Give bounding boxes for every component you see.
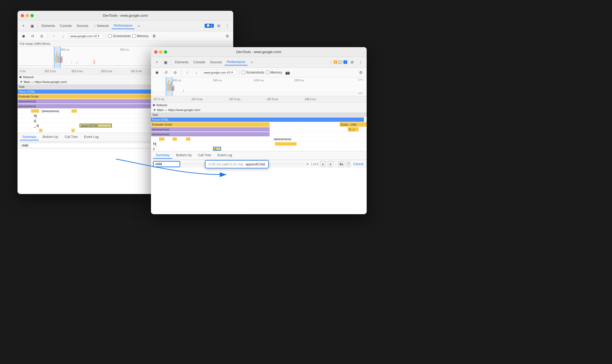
- front-main-row[interactable]: ▼ Main — https://www.google.com/: [151, 108, 367, 112]
- tab-bottomup-back[interactable]: Bottom-Up: [40, 134, 61, 140]
- close-button-back[interactable]: [21, 14, 24, 17]
- network-label-back: Network: [23, 75, 34, 79]
- tab-elements-front[interactable]: Elements: [173, 59, 191, 65]
- tooltip-time: 0.25 ms (self 0.22 ms): [209, 162, 243, 166]
- back-nested-bar2: [71, 109, 77, 113]
- memory-checkbox-back[interactable]: [132, 34, 136, 38]
- front-nav-toolbar: ⌖ ▣ Elements Console Sources Performance…: [151, 57, 367, 68]
- back-title-bar: DevTools - www.google.com/: [18, 11, 233, 20]
- clear-btn-front[interactable]: ⊘: [171, 69, 179, 76]
- url-select-back[interactable]: www.google.com #2 ▾: [68, 33, 104, 39]
- cursor-icon-front[interactable]: ⌖: [153, 58, 161, 66]
- minimize-button-front[interactable]: [159, 50, 162, 54]
- back-vj-label: _.vj: [34, 124, 39, 127]
- download-btn-front[interactable]: ↓: [193, 69, 200, 76]
- front-control-toolbar: ⏺ ↺ ⊘ ↑ ↓ www.google.com #3 ▾ Screenshot…: [151, 68, 367, 77]
- settings2-icon-front[interactable]: ⚙: [357, 69, 365, 76]
- tri-down-main-front: ▼: [153, 108, 156, 112]
- settings-icon-back[interactable]: ⚙: [215, 22, 222, 30]
- front-eval-script-bar2: Evalu...cript: [340, 122, 367, 127]
- refresh-btn-front[interactable]: ↺: [162, 69, 170, 76]
- url-select-front[interactable]: www.google.com #3 ▾: [202, 70, 237, 75]
- memory-label-back: Memory: [137, 34, 149, 38]
- tab-sources-front[interactable]: Sources: [208, 59, 224, 65]
- tab-eventlog-front[interactable]: Event Log: [215, 152, 235, 159]
- settings-icon-front[interactable]: ⚙: [348, 58, 356, 66]
- front-nested-bar2: [173, 137, 177, 141]
- front-anon1-row: (anonymous) C...t: [151, 127, 367, 132]
- back-hj-label: Hj: [34, 114, 37, 118]
- svg-rect-19: [173, 85, 174, 91]
- screenshot-capture-icon-front[interactable]: 📷: [284, 69, 291, 76]
- download-btn-back[interactable]: ↓: [59, 32, 67, 40]
- front-anon1-bar: (anonymous): [151, 127, 270, 131]
- front-network-row[interactable]: ▶ Network: [151, 103, 367, 108]
- chevron-icon-front: ▾: [231, 71, 233, 74]
- front-search-input[interactable]: [155, 162, 178, 166]
- maximize-button-front[interactable]: [164, 50, 167, 54]
- prev-result-btn[interactable]: ∧: [320, 161, 326, 167]
- case-sensitive-btn[interactable]: Aa: [338, 161, 344, 167]
- tab-bottomup-front[interactable]: Bottom-Up: [173, 152, 194, 159]
- tab-performance-front[interactable]: Performance: [225, 59, 247, 65]
- cancel-btn-front[interactable]: Cancel: [352, 162, 365, 166]
- message-count-back: 1: [211, 24, 212, 27]
- back-zj-label: zj: [34, 119, 36, 123]
- tab-summary-front[interactable]: Summary: [153, 152, 172, 159]
- tab-network-back[interactable]: ⚠ Network: [91, 23, 111, 29]
- back-last-bar: [39, 129, 42, 132]
- tooltip-box: 0.25 ms (self 0.22 ms) appendChild: [205, 160, 269, 168]
- tab-performance-back[interactable]: Performance: [112, 23, 135, 29]
- record-btn-front[interactable]: ⏺: [153, 69, 161, 76]
- screenshots-checkbox-front[interactable]: [242, 71, 245, 74]
- more-icon-front[interactable]: ⋮: [357, 58, 365, 66]
- cursor-icon[interactable]: ⌖: [20, 22, 27, 30]
- tab-console-front[interactable]: Console: [191, 59, 207, 65]
- tab-eventlog-back[interactable]: Event Log: [81, 134, 101, 140]
- refresh-btn-back[interactable]: ↺: [29, 32, 36, 40]
- svg-rect-20: [166, 77, 173, 96]
- tab-summary-back[interactable]: Summary: [20, 134, 39, 140]
- clear-btn-back[interactable]: ⊘: [38, 32, 46, 40]
- tab-calltree-back[interactable]: Call Tree: [62, 134, 80, 140]
- upload-btn-back[interactable]: ↑: [50, 32, 58, 40]
- memory-checkbox-front[interactable]: [266, 71, 269, 74]
- maximize-button-back[interactable]: [30, 14, 34, 17]
- more-tabs-icon-front[interactable]: »: [248, 58, 256, 66]
- ruler-1972ms: 197.2 ms: [153, 98, 164, 101]
- upload-btn-front[interactable]: ↑: [184, 69, 191, 76]
- back-nav-tabs: Elements Console Sources ⚠ Network Perfo…: [39, 22, 143, 30]
- back-nested-bar1: [31, 109, 39, 113]
- screenshots-label-front: Screenshots: [246, 71, 264, 74]
- clear-search-icon-front[interactable]: ✕: [306, 162, 309, 166]
- back-window-title: DevTools - www.google.com/: [103, 13, 148, 18]
- close-button-front[interactable]: [154, 50, 157, 54]
- network-label-front: Network: [156, 103, 167, 107]
- back-anon1-bar: (anonymous): [18, 99, 169, 103]
- device-icon-front[interactable]: ▣: [162, 58, 169, 66]
- tab-console-back[interactable]: Console: [58, 23, 74, 29]
- next-result-btn[interactable]: ∨: [328, 161, 333, 167]
- device-icon[interactable]: ▣: [28, 22, 36, 30]
- record-btn-back[interactable]: ⏺: [20, 32, 27, 40]
- more-icon-back[interactable]: ⋮: [224, 22, 231, 30]
- chevron-icon-back: ▾: [98, 34, 99, 38]
- tab-calltree-front[interactable]: Call Tree: [195, 152, 214, 159]
- settings2-icon-back[interactable]: ⚙: [224, 32, 231, 40]
- trash-icon-back[interactable]: 🗑: [150, 32, 158, 40]
- svg-rect-7: [54, 47, 54, 68]
- tab-elements-back[interactable]: Elements: [39, 23, 57, 29]
- tab-sources-back[interactable]: Sources: [74, 23, 91, 29]
- svg-rect-5: [61, 56, 62, 63]
- front-timeline-chart[interactable]: 499 ms 999 ms 1499 ms 1999 ms CPU NET: [151, 77, 367, 96]
- divider-front-2: [181, 70, 181, 75]
- front-window-title: DevTools - www.google.com/: [236, 50, 281, 54]
- ruler-2025ms: 202.5 ms: [101, 70, 112, 73]
- regex-btn[interactable]: .*: [346, 161, 350, 167]
- minimize-button-back[interactable]: [26, 14, 29, 17]
- more-tabs-icon-back[interactable]: »: [135, 22, 143, 30]
- front-hj-bar: [275, 142, 297, 145]
- screenshots-checkbox-back[interactable]: [108, 34, 112, 38]
- traffic-lights-front: [154, 50, 167, 54]
- front-ct-bar: C...t: [348, 127, 359, 131]
